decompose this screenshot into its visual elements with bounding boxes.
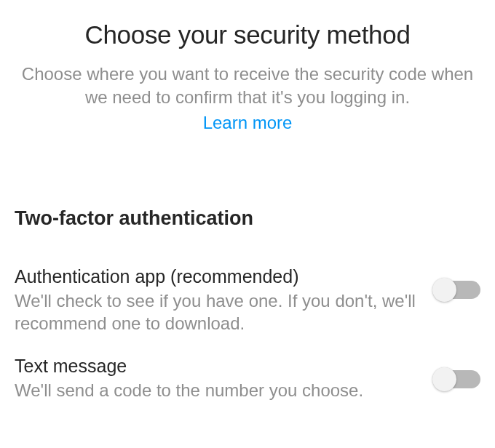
toggle-thumb — [432, 278, 456, 302]
toggle-authentication-app[interactable] — [435, 281, 480, 299]
two-factor-section: Two-factor authentication Authentication… — [0, 207, 495, 402]
option-text-message: Text message We'll send a code to the nu… — [15, 354, 480, 402]
page-subtitle: Choose where you want to receive the sec… — [0, 63, 495, 113]
option-text: Authentication app (recommended) We'll c… — [15, 265, 435, 335]
page-title: Choose your security method — [0, 0, 495, 63]
option-authentication-app: Authentication app (recommended) We'll c… — [15, 265, 480, 335]
section-heading: Two-factor authentication — [15, 207, 480, 230]
learn-more-link[interactable]: Learn more — [0, 113, 495, 148]
option-description: We'll send a code to the number you choo… — [15, 379, 421, 401]
toggle-thumb — [432, 367, 456, 391]
option-description: We'll check to see if you have one. If y… — [15, 289, 421, 335]
option-text: Text message We'll send a code to the nu… — [15, 354, 435, 402]
option-title: Text message — [15, 354, 421, 378]
toggle-text-message[interactable] — [435, 370, 480, 388]
option-title: Authentication app (recommended) — [15, 265, 421, 289]
